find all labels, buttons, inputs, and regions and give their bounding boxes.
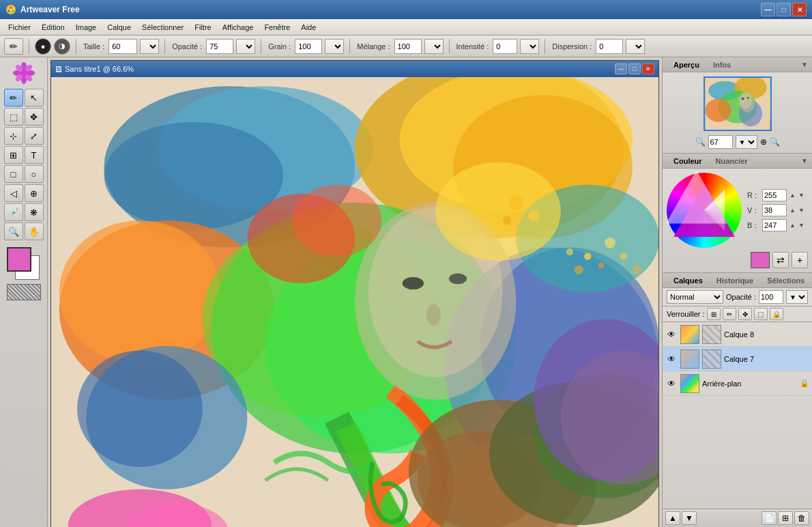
tab-apercu[interactable]: Aperçu: [667, 59, 706, 70]
move-tool[interactable]: ✥: [25, 108, 44, 126]
crop-tool[interactable]: ⊹: [4, 127, 23, 145]
intensity-input[interactable]: [493, 39, 517, 54]
layer-move-down-btn[interactable]: ▼: [682, 511, 697, 525]
blur-tool[interactable]: ❋: [25, 203, 44, 221]
pencil-tool[interactable]: ✏: [4, 89, 23, 106]
select-tool[interactable]: ↖: [25, 89, 44, 106]
tab-couleur[interactable]: Couleur: [667, 156, 709, 167]
ellipse-tool[interactable]: ○: [25, 165, 44, 183]
b-input[interactable]: [762, 219, 787, 231]
layer-item-8[interactable]: 👁 Calque 8: [663, 322, 812, 347]
menu-fichier[interactable]: Fichier: [3, 22, 36, 33]
layer-new-btn[interactable]: 📄: [762, 511, 777, 525]
size-input[interactable]: [108, 39, 137, 54]
menu-affichage[interactable]: Affichage: [217, 22, 259, 33]
color-preview-area[interactable]: [7, 247, 41, 281]
b-up-arrow[interactable]: ▲: [789, 222, 796, 229]
toolbox: ✏ ↖ ⬚ ✥ ⊹ ⤢ ⊞ T □ ○ ◁ ⊕ 💉 ❋ 🔍 ✋: [0, 57, 48, 527]
canvas-minimize-btn[interactable]: —: [615, 63, 627, 74]
layer-opacity-input[interactable]: [759, 290, 783, 304]
dispersion-input[interactable]: [596, 39, 623, 54]
brush-tool-btn[interactable]: ✏: [4, 38, 23, 55]
grain-unit-select[interactable]: ▼: [325, 39, 344, 54]
text-tool[interactable]: T: [25, 146, 44, 164]
color-actions: ⇄ +: [663, 252, 812, 272]
lock-all-btn[interactable]: ⬚: [754, 308, 768, 320]
canvas-maximize-btn[interactable]: □: [628, 63, 641, 74]
lock-move-btn[interactable]: ✥: [738, 308, 752, 320]
opacity-unit-select[interactable]: ▼: [786, 290, 808, 304]
intensity-unit-select[interactable]: ▼: [520, 39, 539, 54]
color-add-btn[interactable]: +: [792, 252, 808, 268]
preview-zoom-select[interactable]: ▼: [736, 135, 757, 149]
tab-historique[interactable]: Historique: [710, 275, 760, 286]
layer-delete-btn[interactable]: 🗑: [794, 511, 809, 525]
layer-item-7[interactable]: 👁 Calque 7: [663, 347, 812, 371]
menu-image[interactable]: Image: [70, 22, 102, 33]
tab-calques[interactable]: Calques: [667, 275, 710, 286]
preview-zoom-input[interactable]: [708, 135, 733, 149]
color-wheel-container[interactable]: [667, 173, 742, 248]
blend-unit-select[interactable]: ▼: [424, 39, 444, 54]
current-color-swatch[interactable]: [751, 252, 770, 268]
foreground-color-swatch[interactable]: [7, 247, 31, 272]
dispersion-unit-select[interactable]: ▼: [626, 39, 645, 54]
menu-filtre[interactable]: Filtre: [189, 22, 216, 33]
blend-mode-select[interactable]: Normal: [667, 290, 723, 304]
color-swap-btn[interactable]: ⇄: [772, 252, 789, 268]
preview-panel-close[interactable]: ▼: [801, 61, 808, 68]
menu-aide[interactable]: Aide: [295, 22, 321, 33]
layer-7-visibility[interactable]: 👁: [665, 353, 678, 365]
tab-selections[interactable]: Sélections: [760, 275, 811, 286]
canvas-content[interactable]: [51, 77, 658, 527]
maximize-button[interactable]: □: [777, 3, 791, 16]
eyedrop-tool[interactable]: 💉: [4, 203, 23, 221]
opacity-unit-select[interactable]: ▼: [236, 39, 255, 54]
r-input[interactable]: [762, 189, 787, 201]
brush-style-btn1[interactable]: ●: [35, 38, 51, 55]
transform-tool[interactable]: ⤢: [25, 127, 44, 145]
menu-edition[interactable]: Édition: [36, 22, 70, 33]
v-up-arrow[interactable]: ▲: [789, 207, 796, 214]
v-down-arrow[interactable]: ▼: [798, 207, 804, 214]
minimize-button[interactable]: —: [761, 3, 775, 16]
canvas-close-btn[interactable]: ✕: [642, 63, 654, 74]
v-input[interactable]: [762, 204, 787, 216]
lock-paint-btn[interactable]: ✏: [723, 308, 736, 320]
pattern-swatch[interactable]: [7, 284, 41, 300]
lock-icon-btn[interactable]: 🔒: [770, 308, 783, 320]
menu-selectionner[interactable]: Sélectionner: [136, 22, 189, 33]
brush-style-btn2[interactable]: ◑: [54, 38, 70, 55]
close-button[interactable]: ✕: [792, 3, 807, 16]
tab-infos[interactable]: Infos: [706, 59, 738, 70]
layer-item-background[interactable]: 👁 Arrière-plan 🔒: [663, 371, 812, 396]
rect-tool[interactable]: □: [4, 165, 23, 183]
blend-input[interactable]: [394, 39, 422, 54]
tool-row-2: ⬚ ✥: [4, 108, 44, 126]
r-down-arrow[interactable]: ▼: [798, 192, 804, 199]
grain-input[interactable]: [295, 39, 322, 54]
opacity-input[interactable]: [206, 39, 233, 54]
lock-transparency-btn[interactable]: ⊞: [707, 308, 721, 320]
r-up-arrow[interactable]: ▲: [789, 192, 796, 199]
lasso-tool[interactable]: ⬚: [4, 108, 23, 126]
zoom-reset-icon[interactable]: 🔍: [770, 137, 780, 147]
color-wheel[interactable]: [667, 173, 742, 248]
layer-duplicate-btn[interactable]: ⊞: [778, 511, 793, 525]
hand-tool[interactable]: ✋: [25, 223, 44, 240]
b-down-arrow[interactable]: ▼: [798, 222, 804, 229]
layer-move-up-btn[interactable]: ▲: [665, 511, 680, 525]
stamp-tool[interactable]: ⊞: [4, 146, 23, 164]
zoom-fit-icon[interactable]: ⊕: [760, 137, 767, 147]
layer-bg-visibility[interactable]: 👁: [665, 378, 678, 390]
color-panel-close[interactable]: ▼: [801, 157, 808, 165]
menu-calque[interactable]: Calque: [102, 22, 136, 33]
size-unit-select[interactable]: ▼: [140, 39, 159, 54]
clone-tool[interactable]: ⊕: [25, 184, 44, 202]
svg-point-52: [584, 253, 592, 260]
menu-fenetre[interactable]: Fenêtre: [259, 22, 295, 33]
zoom-tool[interactable]: 🔍: [4, 223, 23, 240]
tab-nuancier[interactable]: Nuancier: [709, 156, 755, 167]
layer-8-visibility[interactable]: 👁: [665, 328, 678, 341]
eraser-tool[interactable]: ◁: [4, 184, 23, 202]
